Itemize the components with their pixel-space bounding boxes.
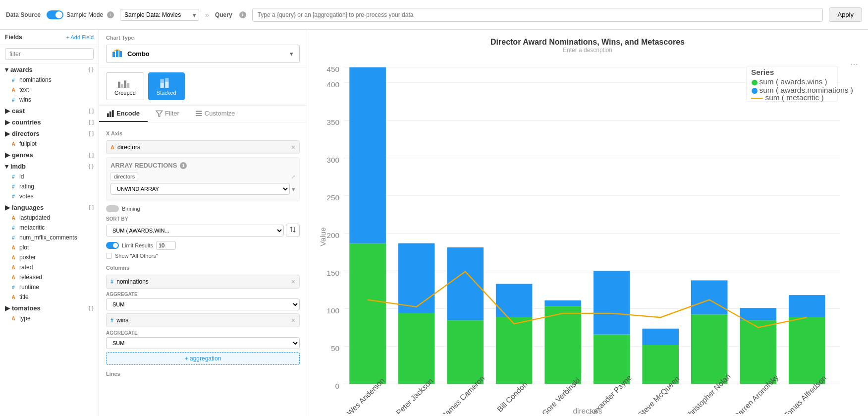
sample-mode-info-badge: i (107, 11, 114, 18)
field-poster[interactable]: A poster (0, 252, 99, 262)
text-icon-title: A (10, 294, 17, 300)
field-metacritic[interactable]: # metacritic (0, 223, 99, 233)
group-cast[interactable]: ▶ cast [ ] (0, 105, 99, 116)
field-lastupdated[interactable]: A lastupdated (0, 213, 99, 223)
svg-text:0: 0 (335, 382, 340, 390)
group-languages[interactable]: ▶ languages [ ] (0, 201, 99, 213)
customize-tab[interactable]: Customize (187, 106, 243, 122)
svg-text:450: 450 (326, 65, 339, 73)
query-input[interactable] (252, 8, 823, 22)
stacked-button[interactable]: Stacked (148, 72, 185, 100)
text-icon-type: A (10, 315, 17, 322)
fields-search-input[interactable] (5, 48, 94, 60)
x-field-delete-button[interactable]: × (291, 143, 295, 151)
group-imdb-chevron: ▾ (5, 163, 8, 170)
text-icon-poster: A (10, 254, 17, 261)
group-languages-chevron: ▶ (5, 204, 10, 211)
chart-style-buttons: Grouped Stacked (99, 67, 307, 106)
svg-rect-12 (109, 112, 111, 117)
nominations-agg-label: AGGREGATE (106, 292, 300, 297)
group-directors[interactable]: ▶ directors [ ] (0, 127, 99, 139)
array-reductions-badge: 1 (180, 162, 187, 169)
text-icon: A (10, 86, 17, 93)
ar-field-row: directors ⤢ (110, 172, 295, 181)
encode-tab[interactable]: Encode (99, 106, 148, 122)
middle-panel: Chart Type Combo ▾ (99, 30, 307, 416)
limit-input[interactable] (156, 241, 176, 250)
sample-mode-group: Sample Mode i (47, 10, 114, 19)
field-imdb-rating[interactable]: # rating (0, 181, 99, 191)
limit-results-toggle[interactable] (106, 242, 119, 249)
legend-title: Series (751, 68, 774, 76)
wins-delete-button[interactable]: × (291, 316, 295, 324)
group-genres[interactable]: ▶ genres [ ] (0, 149, 99, 160)
svg-rect-16 (196, 115, 202, 116)
fields-title: Fields (5, 34, 22, 41)
bar-wins-7 (691, 314, 728, 384)
field-released[interactable]: A released (0, 272, 99, 282)
field-fullplot[interactable]: A fullplot (0, 139, 99, 149)
group-awards[interactable]: ▾ awards { } (0, 63, 99, 75)
wins-pill-name: wins (116, 317, 288, 324)
group-countries[interactable]: ▶ countries [ ] (0, 116, 99, 127)
num-icon-votes: # (10, 193, 17, 200)
num-icon-mflix: # (10, 234, 17, 241)
field-runtime[interactable]: # runtime (0, 282, 99, 292)
chart-description: Enter a description (317, 47, 858, 54)
group-imdb[interactable]: ▾ imdb { } (0, 160, 99, 172)
svg-rect-5 (124, 80, 126, 88)
add-field-button[interactable]: + Add Field (66, 34, 94, 40)
field-title[interactable]: A title (0, 292, 99, 302)
legend-wins-dot (752, 80, 758, 86)
data-source-select[interactable]: Sample Data: Movies (120, 9, 199, 21)
wins-agg-select[interactable]: SUM (106, 337, 300, 349)
svg-rect-2 (119, 51, 122, 57)
nominations-pill: # nominations × (106, 275, 300, 289)
chart-type-selector[interactable]: Combo ▾ (106, 45, 300, 63)
nominations-delete-button[interactable]: × (291, 278, 295, 286)
sort-select[interactable]: SUM ( AWARDS.WIN... (106, 225, 284, 237)
x-axis-label-text: directors (573, 407, 602, 414)
svg-rect-8 (160, 79, 163, 83)
stacked-label: Stacked (157, 90, 176, 96)
group-imdb-label: imdb (10, 163, 26, 170)
sort-direction-button[interactable] (286, 224, 300, 237)
nominations-agg-select[interactable]: SUM (106, 298, 300, 310)
stacked-icon (159, 77, 173, 88)
bar-wins-9 (789, 317, 825, 384)
group-languages-label: languages (12, 204, 44, 211)
chart-area: Director Award Nominations, Wins, and Me… (307, 30, 868, 416)
field-nominations[interactable]: # nominations (0, 75, 99, 85)
field-rated[interactable]: A rated (0, 262, 99, 272)
field-type[interactable]: A type (0, 313, 99, 323)
field-imdb-id[interactable]: # id (0, 172, 99, 181)
bar-nom-8 (740, 308, 776, 320)
group-tomatoes[interactable]: ▶ tomatoes { } (0, 302, 99, 313)
add-aggregation-button[interactable]: + aggregation (106, 352, 300, 365)
lines-label: Lines (106, 371, 300, 377)
binning-toggle[interactable] (106, 205, 119, 212)
show-others-checkbox[interactable] (106, 253, 112, 259)
filter-tab[interactable]: Filter (148, 106, 187, 122)
data-source-select-wrapper[interactable]: Sample Data: Movies (120, 9, 199, 21)
apply-button[interactable]: Apply (829, 7, 862, 22)
field-wins[interactable]: # wins (0, 95, 99, 105)
legend-meta-label: sum ( metacritic ) (765, 93, 823, 102)
bar-wins-1 (398, 313, 435, 384)
limit-row: Limit Results (106, 241, 300, 250)
field-plot[interactable]: A plot (0, 242, 99, 252)
field-text[interactable]: A text (0, 85, 99, 95)
ar-method-select[interactable]: UNWIND ARRAY (110, 183, 290, 195)
field-imdb-votes[interactable]: # votes (0, 191, 99, 201)
query-info-badge: i (239, 11, 246, 18)
chart-title: Director Award Nominations, Wins, and Me… (317, 38, 858, 47)
num-icon-nominations-pill: # (110, 279, 113, 285)
sample-mode-toggle[interactable] (47, 10, 63, 19)
sidebar: Fields + Add Field ▾ awards { } # nomina… (0, 30, 99, 416)
fields-list: ▾ awards { } # nominations A text # wins… (0, 63, 99, 416)
field-num-mflix[interactable]: # num_mflix_comments (0, 233, 99, 242)
grouped-button[interactable]: Grouped (106, 72, 144, 100)
ar-resize-icon[interactable]: ⤢ (291, 174, 295, 179)
sidebar-header: Fields + Add Field (0, 30, 99, 45)
chart-more-button[interactable]: ⋯ (850, 59, 858, 69)
